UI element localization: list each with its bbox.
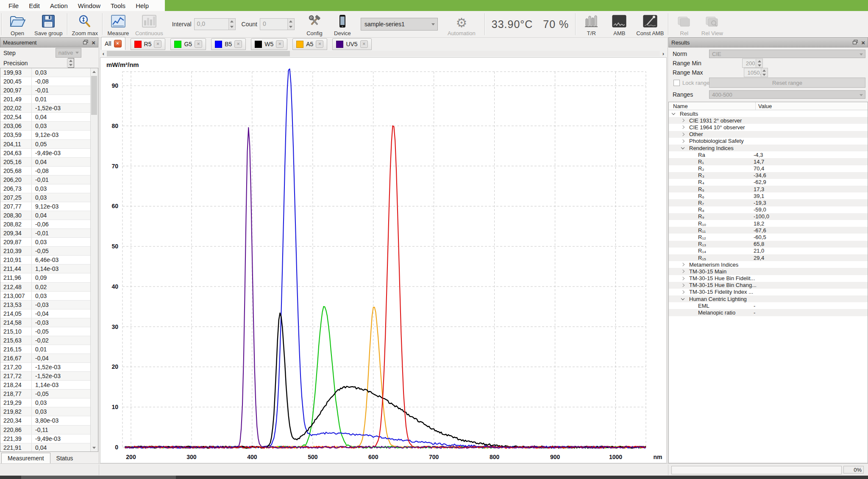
measurement-row[interactable]: 199,930,03 bbox=[0, 68, 98, 77]
tree-row[interactable]: R₇-19,3 bbox=[669, 199, 868, 206]
measure-button[interactable]: Measure bbox=[104, 11, 132, 37]
series-tab-all[interactable]: All× bbox=[101, 37, 125, 50]
measurement-row[interactable]: 218,77-0,05 bbox=[0, 390, 98, 398]
close-panel-icon[interactable]: × bbox=[861, 40, 865, 45]
close-tab-icon[interactable]: × bbox=[316, 40, 323, 48]
precision-down-arrow[interactable] bbox=[67, 63, 74, 68]
menu-item-window[interactable]: Window bbox=[73, 2, 106, 9]
measurement-row[interactable]: 213,0070,03 bbox=[0, 292, 98, 301]
reset-range-button[interactable]: Reset range bbox=[709, 78, 865, 88]
menu-item-action[interactable]: Action bbox=[45, 2, 73, 9]
tree-row[interactable]: R₃-34,6 bbox=[669, 172, 868, 179]
precision-spin-buttons[interactable] bbox=[67, 58, 74, 67]
measurement-row[interactable]: 216,150,01 bbox=[0, 345, 98, 354]
measurement-row[interactable]: 205,160,04 bbox=[0, 158, 98, 167]
scroll-left-arrow[interactable]: ‹ bbox=[100, 50, 107, 57]
tree-row[interactable]: Metamerism Indices bbox=[669, 261, 868, 268]
expand-chevron-icon[interactable] bbox=[681, 125, 684, 129]
tree-row[interactable]: R₁₃65,8 bbox=[669, 241, 868, 248]
tree-row[interactable]: R₁₅29,4 bbox=[669, 254, 868, 261]
measurement-row[interactable]: 214,58-0,03 bbox=[0, 318, 98, 327]
measurement-row[interactable]: 207,779,12e-03 bbox=[0, 202, 98, 211]
tree-row[interactable]: Results bbox=[669, 110, 868, 117]
tree-row[interactable]: TM-30-15 Hue Bin Chang... bbox=[669, 282, 868, 289]
collapse-chevron-icon[interactable] bbox=[681, 297, 684, 300]
measurement-row[interactable]: 218,241,14e-03 bbox=[0, 381, 98, 390]
measurement-row[interactable]: 221,910,04 bbox=[0, 443, 98, 452]
tree-row[interactable]: R₁14,7 bbox=[669, 158, 868, 165]
measurement-row[interactable]: 208,300,04 bbox=[0, 211, 98, 220]
tree-row[interactable]: R₁₄21,0 bbox=[669, 248, 868, 254]
measurement-row[interactable]: 216,67-0,04 bbox=[0, 354, 98, 363]
expand-chevron-icon[interactable] bbox=[681, 132, 684, 136]
range-min-spin-buttons[interactable] bbox=[756, 59, 762, 67]
measurement-row[interactable]: 207,250,03 bbox=[0, 193, 98, 202]
tree-row[interactable]: R₆39,1 bbox=[669, 192, 868, 199]
lock-range-checkbox[interactable] bbox=[673, 80, 680, 86]
menu-item-edit[interactable]: Edit bbox=[24, 2, 45, 9]
series-tab-g5[interactable]: G5× bbox=[170, 38, 206, 50]
tr-button[interactable]: T/R bbox=[577, 11, 605, 37]
interval-up-arrow[interactable] bbox=[228, 19, 235, 24]
measurement-row[interactable]: 217,72-1,52e-03 bbox=[0, 372, 98, 381]
measurement-row[interactable]: 202,540,04 bbox=[0, 113, 98, 122]
close-tab-icon[interactable]: × bbox=[195, 40, 202, 48]
measurement-row[interactable]: 213,53-0,03 bbox=[0, 301, 98, 309]
measurement-row[interactable]: 204,63-9,49e-03 bbox=[0, 149, 98, 158]
measurement-row[interactable]: 208,82-0,06 bbox=[0, 220, 98, 229]
count-spin-buttons[interactable] bbox=[287, 19, 294, 30]
norm-combobox[interactable]: CIE bbox=[709, 50, 865, 58]
measurement-row[interactable]: 202,02-1,52e-03 bbox=[0, 104, 98, 113]
automation-button[interactable]: ⚙ Automation bbox=[445, 11, 479, 37]
tree-row[interactable]: Human Centric Lighting bbox=[669, 295, 868, 302]
amb-button[interactable]: AMB bbox=[605, 11, 633, 37]
panel-splitter[interactable] bbox=[99, 37, 99, 463]
measurement-row[interactable]: 214,05-0,04 bbox=[0, 309, 98, 318]
measurement-row[interactable]: 215,10-0,05 bbox=[0, 327, 98, 336]
tree-row[interactable]: R₅17,3 bbox=[669, 186, 868, 192]
open-button[interactable]: Open bbox=[3, 11, 31, 37]
scroll-down-arrow[interactable] bbox=[91, 444, 97, 451]
measurement-row[interactable]: 209,870,03 bbox=[0, 238, 98, 247]
measurement-row[interactable]: 209,34-0,01 bbox=[0, 229, 98, 238]
range-min-up-arrow[interactable] bbox=[756, 59, 762, 63]
tree-row[interactable]: TM-30-15 Main bbox=[669, 268, 868, 275]
interval-down-arrow[interactable] bbox=[228, 24, 235, 30]
measurement-row[interactable]: 210,39-0,05 bbox=[0, 247, 98, 256]
zoom-max-button[interactable]: Zoom max bbox=[69, 11, 101, 37]
measurement-row[interactable]: 221,39-9,49e-03 bbox=[0, 434, 98, 443]
measurement-row[interactable]: 203,599,12e-03 bbox=[0, 131, 98, 139]
continuous-button[interactable]: Continuous bbox=[132, 11, 166, 37]
measurement-row[interactable]: 219,820,03 bbox=[0, 407, 98, 416]
close-tab-icon[interactable]: × bbox=[234, 40, 242, 48]
measurement-row[interactable]: 200,97-0,01 bbox=[0, 86, 98, 95]
measurement-row[interactable]: 205,68-0,08 bbox=[0, 167, 98, 175]
tree-row[interactable]: Melanopic ratio- bbox=[669, 309, 868, 316]
tree-row[interactable]: TM-30-15 Hue Bin Fidelit... bbox=[669, 275, 868, 282]
scroll-right-arrow[interactable]: › bbox=[660, 50, 667, 57]
close-tab-icon[interactable]: × bbox=[276, 40, 284, 48]
measurement-row[interactable]: 203,060,03 bbox=[0, 122, 98, 131]
expand-chevron-icon[interactable] bbox=[681, 290, 684, 294]
collapse-chevron-icon[interactable] bbox=[672, 111, 675, 115]
float-panel-icon[interactable] bbox=[83, 40, 88, 45]
range-max-up-arrow[interactable] bbox=[761, 68, 768, 72]
step-combobox[interactable]: native bbox=[56, 48, 81, 58]
tree-row[interactable]: Photobiological Safety bbox=[669, 138, 868, 145]
tab-measurement[interactable]: Measurement bbox=[1, 453, 50, 463]
measurement-row[interactable]: 212,480,02 bbox=[0, 283, 98, 292]
expand-chevron-icon[interactable] bbox=[681, 263, 684, 266]
rel-button[interactable]: Rel bbox=[670, 11, 698, 37]
measurement-row[interactable]: 211,960,09 bbox=[0, 273, 98, 282]
measurement-row[interactable]: 211,441,14e-03 bbox=[0, 265, 98, 273]
close-panel-icon[interactable]: × bbox=[92, 40, 95, 45]
precision-spinbox[interactable]: 2 bbox=[68, 58, 75, 68]
rel-view-button[interactable]: Rel View bbox=[698, 11, 726, 37]
measurement-row[interactable]: 220,343,80e-03 bbox=[0, 416, 98, 425]
series-select-combobox[interactable]: sample-series1 bbox=[361, 18, 438, 31]
close-tab-icon[interactable]: × bbox=[360, 40, 368, 48]
measurement-row[interactable]: 219,290,03 bbox=[0, 398, 98, 407]
tree-row[interactable]: Other bbox=[669, 131, 868, 138]
collapse-chevron-icon[interactable] bbox=[681, 146, 684, 149]
series-tab-w5[interactable]: W5× bbox=[251, 38, 287, 50]
